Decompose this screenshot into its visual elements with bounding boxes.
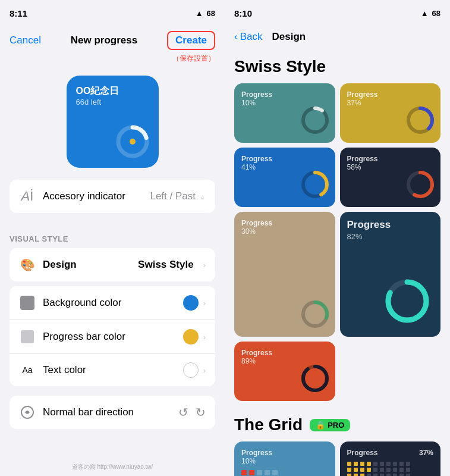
swiss-card-3[interactable]: Progress 41% — [234, 148, 335, 207]
swiss-row-4: Progress 89% — [225, 342, 450, 406]
progress-bar-color-swatch[interactable] — [183, 329, 199, 345]
swiss-card-7[interactable]: Progress 89% — [234, 342, 335, 401]
grid-card-2-percent: 37% — [419, 449, 433, 457]
left-time: 8:11 — [10, 8, 27, 18]
swiss-card-4[interactable]: Progress 58% — [340, 148, 441, 207]
swiss-card-5[interactable]: Progress 30% — [234, 212, 335, 337]
accessory-label: Accesory indicator — [43, 190, 143, 202]
widget-subtitle: 66d left — [76, 98, 149, 107]
accessory-value: Left / Past ⌄ — [150, 190, 206, 202]
widget-content: OO紀念日 66d left — [76, 85, 149, 107]
card-7-ring — [300, 363, 331, 396]
card-4-ring — [405, 169, 436, 202]
pro-badge: 🔒 PRO — [310, 419, 350, 431]
empty-slot — [340, 342, 441, 401]
grid-card-1-squares — [241, 470, 328, 476]
bar-direction-label: Normal bar direction — [43, 406, 171, 418]
progress-bar-color-icon — [19, 328, 36, 345]
back-button[interactable]: ‹ Back — [234, 31, 262, 43]
accessory-row[interactable]: Aİ Accesory indicator Left / Past ⌄ — [10, 180, 215, 213]
design-label: Design — [43, 259, 77, 271]
swiss-style-title: Swiss Style — [225, 50, 450, 83]
preview-widget: OO紀念日 66d left — [67, 76, 159, 168]
background-color-label: Background color — [43, 297, 176, 309]
background-color-swatch[interactable] — [183, 295, 199, 311]
left-status-icons: ▲ 68 — [196, 9, 215, 18]
card-3-label: Progress — [241, 155, 328, 163]
right-status-bar: 8:10 ▲ 68 — [225, 0, 450, 26]
palette-icon: 🎨 — [19, 256, 36, 273]
card-6-percent: 82% — [347, 232, 434, 241]
background-color-icon — [19, 295, 36, 311]
background-color-control: › — [183, 295, 206, 311]
text-color-icon: Aa — [19, 365, 36, 375]
background-color-row[interactable]: Background color › — [10, 286, 215, 320]
progress-bar-color-row[interactable]: Progress bar color › — [10, 320, 215, 354]
chevron-right-icon: › — [203, 299, 206, 308]
card-5-percent: 30% — [241, 227, 328, 236]
widget-ring — [115, 124, 150, 159]
chevron-down-icon: ⌄ — [199, 192, 206, 201]
grid-card-2[interactable]: Progress 37% — [340, 441, 441, 476]
left-nav-bar: Cancel New progress Create — [0, 26, 225, 57]
counterclockwise-button[interactable]: ↺ — [178, 405, 188, 419]
grid-card-1[interactable]: Progress 10% — [234, 441, 335, 476]
svg-point-2 — [130, 139, 136, 145]
text-color-control: › — [183, 362, 206, 378]
bar-direction-icon — [19, 404, 36, 421]
clockwise-button[interactable]: ↻ — [196, 405, 206, 419]
back-label: Back — [240, 31, 263, 43]
card-6-ring — [383, 277, 431, 327]
swiss-card-6[interactable]: Progress 82% — [340, 212, 441, 337]
card-5-ring — [300, 299, 331, 332]
wifi-icon: ▲ — [196, 9, 203, 18]
bar-direction-section: Normal bar direction ↺ ↻ — [10, 396, 215, 429]
chevron-right-3-icon: › — [203, 366, 206, 375]
card-3-ring — [300, 169, 331, 202]
accessory-icon: Aİ — [19, 188, 36, 205]
progress-bar-color-control: › — [183, 329, 206, 345]
right-status-icons: ▲ 68 — [421, 9, 440, 18]
cancel-button[interactable]: Cancel — [10, 35, 41, 46]
card-2-label: Progress — [347, 90, 434, 99]
the-grid-title: The Grid 🔒 PRO — [225, 406, 450, 441]
svg-point-17 — [303, 367, 327, 390]
grid-card-2-dots — [347, 462, 434, 476]
right-nav-title: Design — [272, 31, 306, 43]
swiss-row-3: Progress 30% Progress 82% — [225, 212, 450, 342]
grid-card-1-label: Progress — [241, 449, 328, 457]
right-battery-indicator: 68 — [432, 9, 440, 18]
design-chevron-icon: › — [203, 261, 206, 270]
design-value: Swiss Style — [138, 259, 194, 271]
right-panel: 8:10 ▲ 68 ‹ Back Design Swiss Style Prog… — [225, 0, 450, 476]
right-nav-bar: ‹ Back Design — [225, 26, 450, 50]
left-panel: 8:11 ▲ 68 Cancel New progress Create （保存… — [0, 0, 225, 476]
direction-buttons: ↺ ↻ — [178, 405, 206, 419]
the-grid-cards: Progress 10% — [225, 441, 450, 476]
battery-indicator: 68 — [207, 9, 215, 18]
create-button[interactable]: Create — [167, 31, 215, 50]
design-row[interactable]: 🎨 Design Swiss Style › — [10, 248, 215, 281]
card-5-label: Progress — [241, 219, 328, 227]
text-color-swatch[interactable] — [183, 362, 199, 378]
chevron-left-icon: ‹ — [234, 31, 238, 43]
accessory-section: Aİ Accesory indicator Left / Past ⌄ — [10, 180, 215, 213]
visual-style-header: VISUAL STYLE — [0, 223, 225, 248]
swiss-card-1[interactable]: Progress 10% — [234, 83, 335, 143]
card-4-label: Progress — [347, 155, 434, 163]
text-color-row[interactable]: Aa Text color › — [10, 354, 215, 386]
preview-container: OO紀念日 66d left — [0, 66, 225, 180]
right-wifi-icon: ▲ — [421, 9, 429, 18]
card-1-label: Progress — [241, 90, 328, 99]
chevron-right-2-icon: › — [203, 333, 206, 342]
widget-title: OO紀念日 — [76, 85, 149, 98]
color-section: Background color › Progress bar color › … — [10, 286, 215, 386]
card-7-label: Progress — [241, 349, 328, 357]
swiss-card-2[interactable]: Progress 37% — [340, 83, 441, 143]
watermark: 道客の窩 http://www.niuyao.tw/ — [72, 463, 153, 471]
card-2-ring — [405, 105, 436, 138]
text-color-label: Text color — [43, 364, 176, 376]
bar-direction-row: Normal bar direction ↺ ↻ — [10, 396, 215, 429]
card-1-ring — [300, 105, 331, 138]
left-status-bar: 8:11 ▲ 68 — [0, 0, 225, 26]
